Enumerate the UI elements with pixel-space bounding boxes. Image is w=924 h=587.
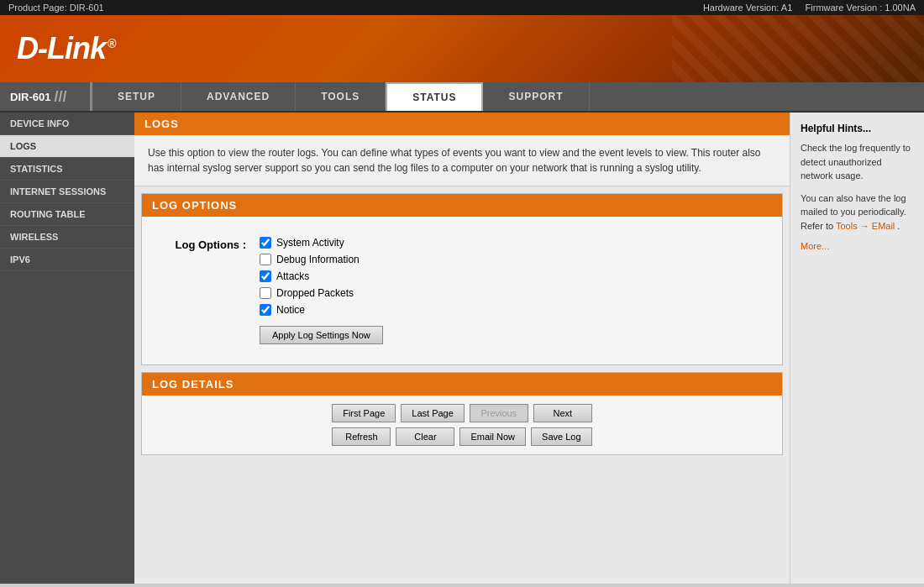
save-log-button[interactable]: Save Log [531, 427, 591, 446]
checkbox-debug-information: Debug Information [260, 254, 383, 265]
tools-email-link[interactable]: Tools → EMail [836, 221, 895, 231]
email-now-button[interactable]: Email Now [459, 427, 526, 446]
checkbox-notice: Notice [260, 304, 383, 316]
sidebar-item-statistics[interactable]: STATISTICS [0, 158, 134, 181]
nav-tab-setup[interactable]: SETUP [92, 82, 181, 111]
nav-slashes: /// [54, 88, 66, 106]
log-options-header: LOG OPTIONS [142, 194, 782, 217]
main-layout: DEVICE INFO LOGS STATISTICS INTERNET SES… [0, 113, 924, 584]
version-info: Hardware Version: A1 Firmware Version : … [703, 3, 916, 13]
checkbox-system-activity-input[interactable] [260, 237, 271, 249]
log-nav-buttons-row: First Page Last Page Previous Next [150, 404, 774, 422]
log-details-content: First Page Last Page Previous Next Refre… [142, 396, 782, 454]
log-options-content: Log Options : System Activity Debug Info… [142, 217, 782, 364]
next-button[interactable]: Next [533, 404, 592, 422]
checkbox-notice-input[interactable] [260, 304, 271, 316]
right-panel: Helpful Hints... Check the log frequentl… [790, 113, 924, 584]
checkbox-dropped-packets: Dropped Packets [260, 287, 383, 299]
nav-tab-status[interactable]: STATUS [386, 82, 483, 111]
first-page-button[interactable]: First Page [332, 404, 396, 422]
hints-text-2: You can also have the log mailed to you … [801, 191, 914, 233]
nav-tab-advanced[interactable]: ADVANCED [181, 82, 296, 111]
more-link[interactable]: More... [801, 241, 914, 251]
clear-button[interactable]: Clear [396, 427, 454, 446]
checkbox-attacks: Attacks [260, 270, 383, 282]
sidebar-item-device-info[interactable]: DEVICE INFO [0, 113, 134, 135]
logs-section-header: LOGS [134, 113, 790, 135]
sidebar-item-logs[interactable]: LOGS [0, 135, 134, 158]
product-info: Product Page: DIR-601 [8, 3, 104, 13]
log-action-buttons-row: Refresh Clear Email Now Save Log [150, 427, 774, 446]
log-details-header: LOG DETAILS [142, 373, 782, 396]
last-page-button[interactable]: Last Page [401, 404, 465, 422]
checkbox-debug-information-input[interactable] [260, 254, 271, 265]
sidebar: DEVICE INFO LOGS STATISTICS INTERNET SES… [0, 113, 134, 584]
sidebar-item-wireless[interactable]: WIRELESS [0, 226, 134, 249]
content-area: LOGS Use this option to view the router … [134, 113, 790, 584]
sidebar-item-routing-table[interactable]: ROUTING TABLE [0, 203, 134, 226]
previous-button[interactable]: Previous [470, 404, 528, 422]
header: D-Link® [0, 15, 924, 82]
log-details-section: LOG DETAILS First Page Last Page Previou… [141, 372, 783, 455]
checkbox-system-activity: System Activity [260, 237, 383, 249]
log-options-row: Log Options : System Activity Debug Info… [159, 230, 765, 351]
nav-model: DIR-601 /// [0, 82, 92, 111]
sidebar-item-internet-sessions[interactable]: INTERNET SESSIONS [0, 181, 134, 203]
logs-description: Use this option to view the router logs.… [134, 135, 790, 186]
refresh-button[interactable]: Refresh [332, 427, 391, 446]
log-options-section: LOG OPTIONS Log Options : System Activit… [141, 193, 783, 365]
checkbox-attacks-input[interactable] [260, 270, 271, 282]
log-options-fields: System Activity Debug Information Attack… [260, 237, 383, 344]
logo: D-Link® [17, 31, 115, 66]
hints-title: Helpful Hints... [801, 123, 914, 134]
top-bar: Product Page: DIR-601 Hardware Version: … [0, 0, 924, 15]
nav-tab-support[interactable]: SUPPORT [483, 82, 589, 111]
nav-bar: DIR-601 /// SETUP ADVANCED TOOLS STATUS … [0, 82, 924, 113]
nav-tab-tools[interactable]: TOOLS [296, 82, 386, 111]
log-options-label: Log Options : [159, 237, 260, 251]
checkbox-dropped-packets-input[interactable] [260, 287, 271, 299]
apply-log-settings-button[interactable]: Apply Log Settings Now [260, 326, 383, 344]
sidebar-item-ipv6[interactable]: IPV6 [0, 249, 134, 271]
hints-text-1: Check the log frequently to detect unaut… [801, 141, 914, 183]
